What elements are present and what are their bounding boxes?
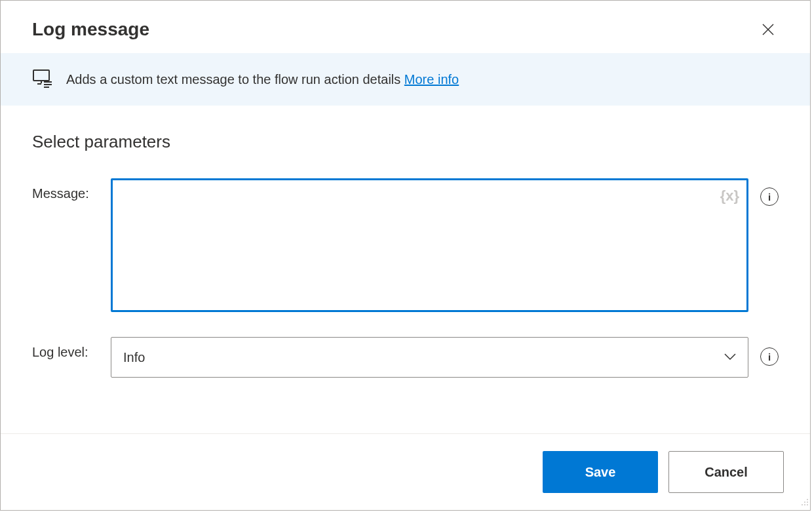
svg-point-8 [807, 499, 808, 500]
svg-rect-2 [33, 70, 49, 81]
svg-point-12 [804, 504, 805, 505]
message-input-wrapper: {x} [111, 178, 748, 315]
param-row-log-level: Log level: Info i [32, 337, 779, 378]
message-label: Message: [32, 178, 111, 201]
message-info-icon[interactable]: i [760, 187, 779, 206]
banner-text: Adds a custom text message to the flow r… [66, 72, 459, 87]
close-button[interactable] [758, 19, 779, 40]
log-action-icon [32, 68, 53, 91]
log-level-label: Log level: [32, 337, 111, 360]
log-level-select-wrapper: Info [111, 337, 748, 378]
banner-description: Adds a custom text message to the flow r… [66, 72, 404, 87]
svg-point-13 [807, 504, 808, 505]
close-icon [762, 23, 775, 36]
param-row-message: Message: {x} i [32, 178, 779, 315]
svg-point-11 [802, 504, 803, 505]
section-heading: Select parameters [32, 132, 779, 152]
svg-point-10 [807, 502, 808, 503]
log-message-dialog: Log message Adds a custom text message t… [0, 0, 811, 511]
dialog-title: Log message [32, 19, 149, 40]
cancel-button[interactable]: Cancel [668, 451, 784, 493]
log-level-select[interactable]: Info [111, 337, 748, 378]
resize-grip-icon[interactable] [800, 497, 809, 509]
message-input[interactable] [111, 178, 748, 312]
variable-picker-icon[interactable]: {x} [720, 187, 739, 205]
dialog-header: Log message [1, 1, 810, 53]
message-control: {x} i [111, 178, 779, 315]
more-info-link[interactable]: More info [404, 72, 459, 87]
log-level-info-icon[interactable]: i [760, 347, 779, 366]
save-button[interactable]: Save [543, 451, 658, 493]
dialog-content: Select parameters Message: {x} i Log lev… [1, 106, 810, 433]
log-level-control: Info i [111, 337, 779, 378]
svg-point-9 [804, 502, 805, 503]
dialog-footer: Save Cancel [1, 433, 810, 510]
info-banner: Adds a custom text message to the flow r… [1, 53, 810, 106]
